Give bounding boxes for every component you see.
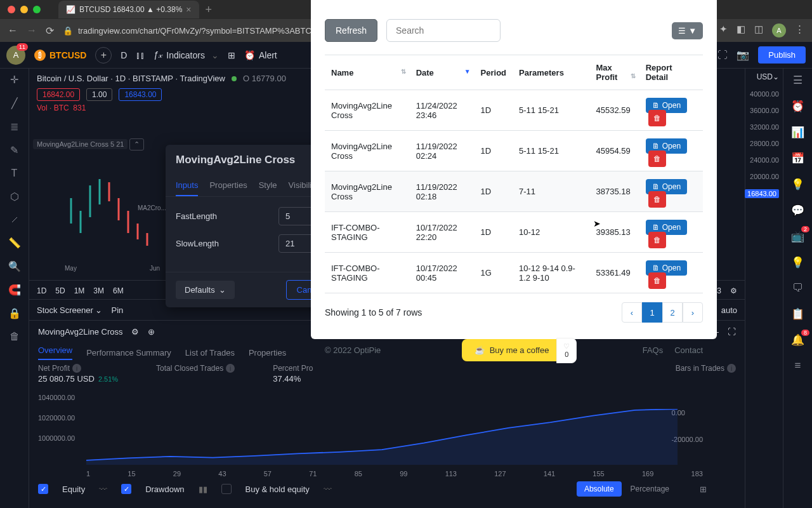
stock-screener-button[interactable]: Stock Screener ⌄ [37,305,103,315]
search-input[interactable] [386,19,501,42]
maximize-icon[interactable]: ⛶ [728,327,736,337]
forecast-tool-icon[interactable]: ⟋ [10,214,20,225]
fullscreen-icon[interactable]: ⛶ [717,50,728,61]
ideas-icon[interactable]: 💡 [791,178,804,191]
candle-type-button[interactable]: ⫿⫿ [136,50,145,60]
tab-close-icon[interactable]: × [186,4,191,15]
calendar-icon[interactable]: 📅 [791,152,804,165]
trendline-tool-icon[interactable]: ╱ [11,97,18,109]
info-icon[interactable]: i [226,364,235,373]
trash-tool-icon[interactable]: 🗑 [10,331,20,342]
chat-icon[interactable]: 💬 [791,204,804,217]
tf-1d[interactable]: 1D [37,286,46,295]
cursor-tool-icon[interactable]: ✛ [10,74,18,86]
buyhold-checkbox[interactable] [221,484,232,494]
tab-trades[interactable]: List of Trades [185,348,235,358]
page-next[interactable]: › [683,302,703,323]
refresh-button[interactable]: Refresh [325,19,377,42]
equity-chart[interactable]: 1040000.00 1020000.00 1000000.00 0.00 -2… [29,390,716,479]
absolute-toggle[interactable]: Absolute [577,481,622,497]
text-tool-icon[interactable]: T [11,168,18,179]
buy-coffee-button[interactable]: ☕ Buy me a coffee ♡0 [462,339,562,361]
puzzle-icon[interactable]: ✦ [719,23,728,37]
magnet-tool-icon[interactable]: 🧲 [8,284,21,296]
new-tab-icon[interactable]: + [206,3,213,17]
strategy-settings-icon[interactable]: ⚙ [131,327,139,337]
delete-button[interactable]: 🗑 [648,232,666,248]
ext3-icon[interactable]: ◫ [754,23,763,37]
indicators-button[interactable]: ƒ𝓍Indicators⌄ [154,50,219,60]
col-date[interactable]: Date▼ [410,55,475,90]
zoom-tool-icon[interactable]: 🔍 [8,260,21,272]
tab-properties[interactable]: Properties [209,175,247,196]
alert-button[interactable]: ⏰Alert [244,50,277,60]
fib-tool-icon[interactable]: ≣ [10,121,18,133]
snapshot-icon[interactable]: 📷 [737,49,749,61]
tf-3m[interactable]: 3M [93,286,104,295]
tab-visibility[interactable]: Visibili [289,175,312,196]
chart-menu-icon[interactable]: ⊞ [700,485,707,494]
col-period[interactable]: Period [475,55,513,90]
tab-overview[interactable]: Overview [38,345,72,360]
forward-icon[interactable]: → [27,25,37,36]
templates-button[interactable]: ⊞ [228,50,235,60]
page-prev[interactable]: ‹ [622,302,642,323]
notifications-icon[interactable]: 🔔 [791,333,804,347]
percentage-toggle[interactable]: Percentage [623,481,677,497]
delete-button[interactable]: 🗑 [648,191,666,208]
contact-link[interactable]: Contact [674,345,703,355]
view-mode-button[interactable]: ☰▼ [672,22,703,39]
tab-props[interactable]: Properties [249,348,286,358]
streams-icon[interactable]: 📺 [791,230,804,243]
strategy-zoom-icon[interactable]: ⊕ [148,327,155,337]
hotlist-icon[interactable]: 📊 [791,126,804,139]
ideas2-icon[interactable]: 💡 [791,256,804,269]
col-name[interactable]: Name⇅ [325,55,410,90]
browser-tab[interactable]: 📈 BTCUSD 16843.00 ▲ +0.38% × [58,1,199,18]
traffic-max[interactable] [33,6,41,13]
heart-count[interactable]: ♡0 [556,338,577,363]
lock-tool-icon[interactable]: 🔒 [8,307,21,319]
brush-tool-icon[interactable]: ✎ [10,144,18,156]
tab-performance[interactable]: Performance Summary [86,348,171,358]
user-avatar[interactable]: A11 [6,46,25,65]
drawdown-checkbox[interactable]: ✓ [121,484,131,494]
info-icon[interactable]: i [727,364,736,373]
order-panel-icon[interactable]: 📋 [791,307,804,321]
defaults-button[interactable]: Defaults⌄ [176,281,235,299]
traffic-min[interactable] [20,6,28,13]
page-1[interactable]: 1 [642,302,662,323]
currency-label[interactable]: USD⌄ [757,72,779,81]
community-icon[interactable]: 🗨 [792,282,803,295]
page-2[interactable]: 2 [662,302,683,323]
measure-tool-icon[interactable]: 📏 [8,237,21,249]
timeframe-button[interactable]: D [121,50,127,60]
profile-icon[interactable]: A [772,23,786,37]
col-parameters[interactable]: Parameters [513,55,589,90]
faqs-link[interactable]: FAQs [643,345,664,355]
pattern-tool-icon[interactable]: ⬡ [10,190,19,203]
add-symbol-button[interactable]: + [95,47,112,64]
auto-toggle[interactable]: auto [721,305,737,315]
symbol-selector[interactable]: ₿ BTCUSD [34,50,86,61]
tf-6m[interactable]: 6M [113,286,124,295]
tab-inputs[interactable]: Inputs [176,175,198,196]
tf-1m[interactable]: 1M [74,286,85,295]
pine-button[interactable]: Pin [112,305,124,315]
tab-style[interactable]: Style [259,175,277,196]
tf-5d[interactable]: 5D [55,286,65,295]
alerts-panel-icon[interactable]: ⏰ [791,100,804,113]
delete-button[interactable]: 🗑 [648,110,666,126]
info-icon[interactable]: i [72,364,81,373]
delete-button[interactable]: 🗑 [648,150,666,167]
watchlist-icon[interactable]: ☰ [793,74,802,87]
delete-button[interactable]: 🗑 [648,272,666,289]
ext2-icon[interactable]: ◧ [737,23,745,37]
equity-checkbox[interactable]: ✓ [38,484,48,494]
dom-icon[interactable]: ≡ [795,359,801,372]
settings-gear-icon[interactable]: ⚙ [730,286,737,295]
back-icon[interactable]: ← [8,25,18,36]
price-chart[interactable]: MA2Cro... MayJun [58,109,160,274]
traffic-close[interactable] [8,6,15,13]
col-maxprofit[interactable]: Max Profit⇅ [589,55,639,90]
